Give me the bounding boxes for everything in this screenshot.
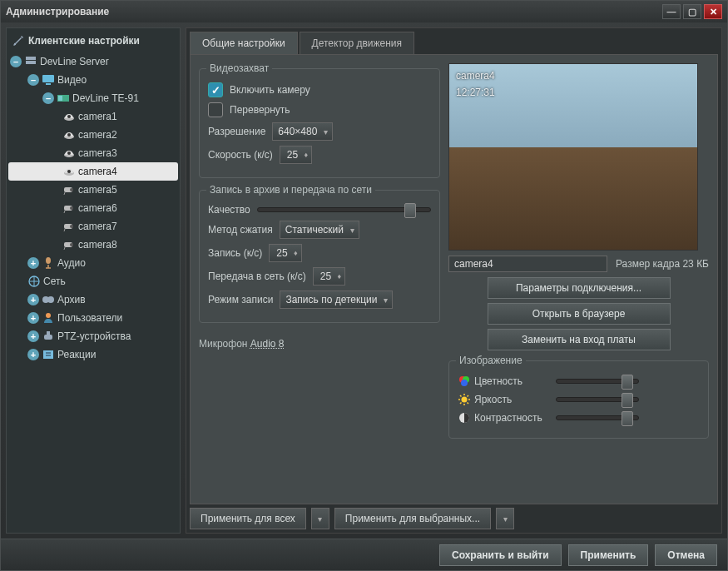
sidebar: Клиентские настройки DevLine Server Виде… bbox=[6, 27, 181, 534]
camera-preview[interactable]: camera4 12:27:31 bbox=[448, 63, 698, 251]
settings-icon bbox=[12, 34, 25, 47]
camera-icon bbox=[62, 110, 76, 123]
collapse-icon[interactable] bbox=[42, 92, 54, 104]
tree-camera-camera6[interactable]: camera6 bbox=[8, 199, 178, 217]
connection-params-button[interactable]: Параметры подключения... bbox=[488, 277, 671, 299]
contrast-label: Контрастность bbox=[474, 412, 542, 424]
frame-size-label: Размер кадра 23 КБ bbox=[616, 258, 709, 270]
apply-button[interactable]: Применить bbox=[568, 544, 649, 566]
speed-spin[interactable]: 25 bbox=[280, 146, 312, 164]
collapse-icon[interactable] bbox=[27, 74, 39, 86]
tree-device[interactable]: DevLine TE-91 bbox=[8, 89, 178, 107]
enable-camera-checkbox[interactable] bbox=[208, 82, 223, 97]
camera-icon bbox=[62, 146, 76, 160]
preview-time: 12:27:31 bbox=[456, 84, 495, 101]
expand-icon[interactable] bbox=[27, 312, 39, 324]
camera-icon bbox=[62, 128, 76, 142]
tree-ptz[interactable]: PTZ-устройства bbox=[8, 327, 178, 345]
sun-icon bbox=[458, 393, 471, 406]
apply-selected-button[interactable]: Применить для выбранных... bbox=[334, 508, 491, 529]
capture-group-title: Видеозахват bbox=[206, 62, 272, 74]
camera-icon bbox=[62, 220, 76, 233]
svg-point-8 bbox=[67, 115, 71, 118]
tree-camera-camera3[interactable]: camera3 bbox=[8, 144, 178, 162]
tabs: Общие настройки Детектор движения bbox=[190, 32, 718, 54]
expand-icon[interactable] bbox=[27, 330, 39, 342]
svg-rect-6 bbox=[58, 96, 62, 101]
save-exit-button[interactable]: Сохранить и выйти bbox=[439, 544, 562, 566]
expand-icon[interactable] bbox=[27, 294, 39, 305]
svg-point-0 bbox=[14, 43, 16, 45]
titlebar[interactable]: Администрирование — ▢ ✕ bbox=[1, 1, 727, 22]
apply-row: Применить для всех Применить для выбранн… bbox=[190, 504, 718, 529]
camera-icon bbox=[62, 165, 76, 178]
camera-icon bbox=[62, 201, 76, 215]
expand-icon[interactable] bbox=[27, 349, 39, 360]
svg-point-26 bbox=[47, 296, 54, 303]
camera-label: camera7 bbox=[78, 221, 117, 232]
svg-point-33 bbox=[461, 380, 468, 386]
flip-checkbox[interactable] bbox=[208, 102, 223, 117]
svg-rect-3 bbox=[42, 75, 54, 82]
expand-icon[interactable] bbox=[27, 257, 39, 269]
tree-video[interactable]: Видео bbox=[8, 71, 178, 89]
tree-camera-camera8[interactable]: camera8 bbox=[8, 236, 178, 254]
quality-slider[interactable] bbox=[257, 207, 431, 212]
resolution-label: Разрешение bbox=[208, 126, 265, 137]
color-label: Цветность bbox=[474, 375, 522, 387]
tree-camera-camera2[interactable]: camera2 bbox=[8, 126, 178, 144]
open-browser-button[interactable]: Открыть в браузере bbox=[488, 303, 671, 325]
capture-group: Видеозахват Включить камеру Перевернуть … bbox=[199, 68, 440, 178]
apply-all-dropdown[interactable] bbox=[311, 508, 329, 529]
svg-point-14 bbox=[67, 170, 71, 173]
svg-point-27 bbox=[46, 313, 51, 318]
replace-input-button[interactable]: Заменить на вход платы bbox=[488, 329, 671, 350]
record-group: Запись в архив и передача по сети Качест… bbox=[199, 190, 440, 323]
close-button[interactable]: ✕ bbox=[704, 4, 722, 19]
image-group-title: Изображение bbox=[456, 355, 526, 366]
contrast-slider[interactable] bbox=[556, 415, 639, 420]
svg-rect-30 bbox=[43, 350, 53, 359]
mode-label: Режим записи bbox=[208, 294, 273, 305]
tree-server[interactable]: DevLine Server bbox=[8, 52, 178, 71]
camera-name-input[interactable] bbox=[448, 256, 607, 272]
tab-motion[interactable]: Детектор движения bbox=[300, 32, 414, 54]
camera-label: camera6 bbox=[78, 202, 117, 214]
svg-rect-2 bbox=[26, 61, 36, 64]
collapse-icon[interactable] bbox=[10, 56, 22, 67]
resolution-select[interactable]: 640×480 bbox=[272, 122, 333, 141]
server-icon bbox=[24, 55, 37, 68]
compress-select[interactable]: Статический bbox=[280, 221, 359, 239]
tree-camera-camera4[interactable]: camera4 bbox=[8, 162, 178, 181]
tree-camera-camera1[interactable]: camera1 bbox=[8, 107, 178, 126]
monitor-icon bbox=[42, 73, 55, 87]
color-icon bbox=[458, 375, 471, 388]
cancel-button[interactable]: Отмена bbox=[655, 544, 717, 566]
capture-card-icon bbox=[57, 92, 70, 105]
rec-fps-spin[interactable]: 25 bbox=[269, 244, 301, 262]
apply-selected-dropdown[interactable] bbox=[496, 508, 514, 529]
sidebar-title[interactable]: Клиентские настройки bbox=[8, 32, 178, 52]
film-icon bbox=[42, 293, 55, 306]
net-fps-label: Передача в сеть (к/с) bbox=[208, 271, 306, 282]
tree-archive[interactable]: Архив bbox=[8, 290, 178, 309]
svg-rect-29 bbox=[47, 331, 50, 335]
apply-all-button[interactable]: Применить для всех bbox=[190, 508, 306, 529]
color-slider[interactable] bbox=[556, 379, 639, 384]
bright-slider[interactable] bbox=[556, 397, 639, 402]
globe-icon bbox=[27, 275, 41, 288]
minimize-button[interactable]: — bbox=[662, 4, 681, 19]
mode-select[interactable]: Запись по детекции bbox=[280, 290, 393, 309]
tree-reactions[interactable]: Реакции bbox=[8, 345, 178, 364]
tree-audio[interactable]: Аудио bbox=[8, 254, 178, 272]
camera-label: camera4 bbox=[78, 166, 117, 177]
tree-users[interactable]: Пользователи bbox=[8, 309, 178, 327]
tree-camera-camera5[interactable]: camera5 bbox=[8, 181, 178, 199]
flip-label: Перевернуть bbox=[230, 104, 290, 116]
microphone-link[interactable]: Audio 8 bbox=[250, 338, 285, 350]
tree-network[interactable]: Сеть bbox=[8, 272, 178, 290]
tree-camera-camera7[interactable]: camera7 bbox=[8, 217, 178, 236]
net-fps-spin[interactable]: 25 bbox=[313, 267, 345, 286]
maximize-button[interactable]: ▢ bbox=[683, 4, 701, 19]
tab-general[interactable]: Общие настройки bbox=[190, 32, 298, 54]
